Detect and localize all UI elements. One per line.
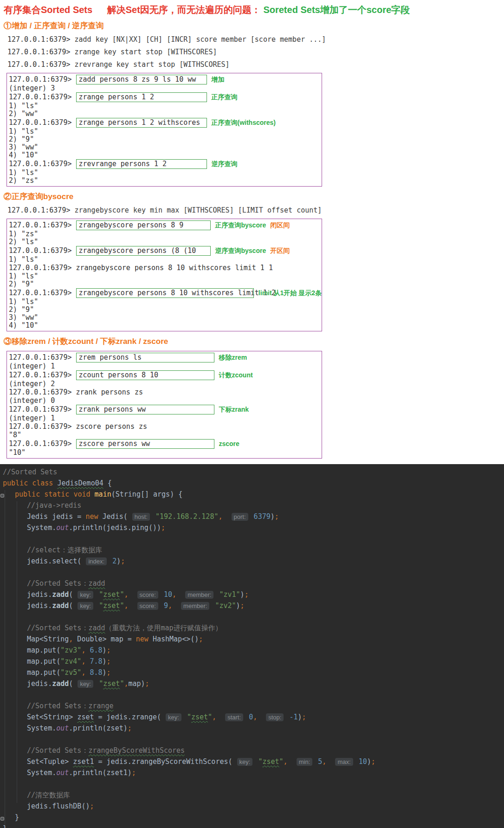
code-token: score: <box>137 591 158 599</box>
terminal-output-text: 2) "zs" <box>9 177 38 185</box>
terminal-line: 127.0.0.1:6379> zcount persons 8 10计数zco… <box>9 370 322 380</box>
terminal-output-text: 2) "9" <box>9 306 34 314</box>
code-token: jedis.flushDB() <box>27 802 90 810</box>
code-token: , <box>218 512 222 521</box>
code-token: member: <box>185 591 213 599</box>
code-token: , <box>322 757 326 766</box>
terminal-line: (integer) 1 <box>9 414 322 422</box>
terminal-output-text: (integer) 1 <box>9 414 55 422</box>
redis-prompt: 127.0.0.1:6379> <box>9 76 76 84</box>
java-code: //Sorted Setspublic class JedisDemo04 {p… <box>0 468 504 828</box>
terminal-line: (integer) 0 <box>9 397 322 405</box>
command-syntax-text: zadd key [NX|XX] [CH] [INCR] score membe… <box>75 35 326 44</box>
code-token: ; <box>107 646 111 654</box>
code-token <box>250 512 254 521</box>
code-token: ) <box>103 657 107 666</box>
redis-prompt: 127.0.0.1:6379> <box>7 35 75 44</box>
code-token: ; <box>245 590 249 599</box>
redis-prompt: 127.0.0.1:6379> <box>7 60 75 69</box>
terminal-line: 127.0.0.1:6379> zrangebyscore persons 8 … <box>9 264 322 272</box>
redis-prompt: 127.0.0.1:6379> <box>9 160 76 168</box>
code-token: , <box>168 602 172 610</box>
code-token: zrange <box>88 702 113 710</box>
code-token: new <box>85 512 98 521</box>
code-token <box>216 713 225 721</box>
code-token: "zv1" <box>219 590 240 599</box>
code-token: ) <box>271 512 275 521</box>
command-text: zrange persons 1 2 <box>76 92 207 102</box>
code-token: = jedis.zrange( <box>94 713 166 721</box>
code-token: ; <box>132 769 136 777</box>
code-token <box>183 713 187 721</box>
terminal-output-text: 2) "9" <box>9 136 34 143</box>
annotation-label: 逆序查询 <box>212 160 238 168</box>
annotation-label: 开区间 <box>270 247 290 255</box>
terminal-output-text: 1) "ls" <box>9 102 38 110</box>
code-token: out <box>56 769 69 777</box>
code-line <box>0 691 504 702</box>
section-heading: ③移除zrem / 计数zcount / 下标zrank / zscore <box>4 336 500 347</box>
command-syntax-line: 127.0.0.1:6379> zrevrange key start stop… <box>7 60 500 69</box>
terminal-output-box: 127.0.0.1:6379> zadd persons 8 zs 9 ls 1… <box>6 73 322 187</box>
code-token: , <box>172 590 176 599</box>
code-token <box>95 590 99 599</box>
code-token: "zv4" <box>60 657 81 666</box>
code-token: key: <box>78 680 93 688</box>
redis-prompt: 127.0.0.1:6379> <box>9 354 76 362</box>
code-token: jedis. <box>27 590 52 599</box>
code-token: jedis. <box>27 679 52 688</box>
terminal-line: 127.0.0.1:6379> zrangebyscore persons (8… <box>9 246 322 256</box>
command-text: zscore persons ww <box>76 439 214 449</box>
code-editor[interactable]: //Sorted Setspublic class JedisDemo04 {p… <box>0 464 504 828</box>
redis-prompt: 127.0.0.1:6379> <box>9 247 76 255</box>
code-token: map.put( <box>27 657 60 666</box>
redis-prompt: 127.0.0.1:6379> <box>9 423 76 431</box>
annotation-label: 正序查询(withscores) <box>212 119 276 127</box>
code-token: zset1 <box>73 757 94 766</box>
code-token: , <box>69 635 73 643</box>
code-line: jedis.zadd( key: "zset",map); <box>0 679 504 691</box>
fold-marker-icon[interactable] <box>0 817 4 821</box>
code-token: ) <box>240 590 245 599</box>
code-line: map.put("zv5", 8.8); <box>0 668 504 679</box>
code-line: System.out.println(jedis.ping()); <box>0 524 504 535</box>
code-token: ) <box>116 557 121 565</box>
code-token: ; <box>107 657 111 666</box>
code-token: //Sorted Sets <box>3 468 57 476</box>
code-token: "zv2" <box>215 602 236 610</box>
terminal-line: 1) "ls" <box>9 128 322 136</box>
terminal-output-text: 2) "ls" <box>9 238 38 246</box>
code-line: //Sorted Sets：zrange <box>0 702 504 713</box>
code-token: .println(jedis.ping()) <box>69 524 161 532</box>
command-syntax-line: 127.0.0.1:6379> zrangebyscore key min ma… <box>7 206 500 214</box>
terminal-sections: ①增加 / 正序查询 / 逆序查询127.0.0.1:6379> zadd ke… <box>4 20 500 459</box>
fold-marker-icon[interactable] <box>0 494 4 498</box>
code-token: " <box>99 679 103 688</box>
code-token: 6379 <box>254 512 271 521</box>
code-line: jedis.zadd( key: "zset", score: 9, membe… <box>0 602 504 613</box>
code-line: Set<String> zset = jedis.zrange( key: "z… <box>0 713 504 724</box>
code-token: out <box>56 724 69 732</box>
code-line: //Sorted Sets：zadd <box>0 579 504 590</box>
terminal-line: 127.0.0.1:6379> zrem persons ls移除zrem <box>9 353 322 362</box>
code-token: index: <box>86 557 107 565</box>
terminal-output-text: (integer) 1 <box>9 362 55 370</box>
code-token: JedisDemo04 <box>57 479 103 487</box>
terminal-line: (integer) 2 <box>9 380 322 388</box>
code-token: zset <box>191 713 208 721</box>
code-token: 8.8 <box>90 668 102 677</box>
code-token: ) <box>103 646 107 654</box>
terminal-output-box: 127.0.0.1:6379> zrem persons ls移除zrem(in… <box>6 351 322 459</box>
code-line: Jedis jedis = new Jedis( host: "192.168.… <box>0 512 504 524</box>
terminal-output-text: 1) "zs" <box>9 230 38 238</box>
code-token: ) <box>367 757 371 766</box>
code-line <box>0 780 504 791</box>
code-line: //java->redis <box>0 501 504 512</box>
terminal-line: 1) "ls" <box>9 272 322 280</box>
terminal-line: 1) "zs" <box>9 230 322 238</box>
terminal-line: 2) "ww" <box>9 110 322 118</box>
command-text: zrangebyscore persons 8 10 withscores li… <box>76 264 273 272</box>
title-note: 解决Set因无序，而无法遍历的问题： <box>107 5 261 15</box>
code-token: Set<Tuple> <box>27 757 73 766</box>
terminal-line: 127.0.0.1:6379> zrange persons 1 2正序查询 <box>9 92 322 102</box>
